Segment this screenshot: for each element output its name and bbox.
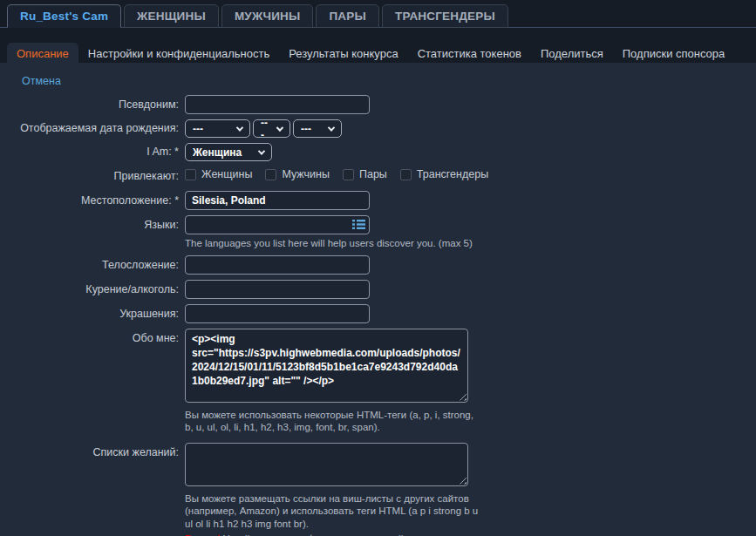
attracted-row: Привлекают: Женщины Мужчины Пары Трансге… <box>0 168 756 183</box>
tab-trans[interactable]: ТРАНСГЕНДЕРЫ <box>382 4 508 28</box>
wish-lists-textarea[interactable] <box>185 443 468 486</box>
subnav-token-stats[interactable]: Статистика токенов <box>408 43 531 66</box>
chevron-down-icon <box>236 124 243 131</box>
list-icon[interactable] <box>352 219 365 230</box>
select-value: --- <box>301 123 311 135</box>
attracted-checkbox-couples[interactable] <box>343 169 354 180</box>
select-value: --- <box>261 117 270 141</box>
checkbox-label: Мужчины <box>282 168 330 180</box>
subnav-settings-privacy[interactable]: Настройки и конфиденциальность <box>78 43 279 66</box>
i-am-row: I Am: * Женщина <box>0 143 756 161</box>
tab-label: ЖЕНЩИНЫ <box>137 10 206 23</box>
pseudonym-input[interactable] <box>185 95 370 114</box>
body-type-input[interactable] <box>185 255 370 275</box>
smoke-drink-input[interactable] <box>185 280 370 299</box>
tab-label: МУЖЧИНЫ <box>235 10 301 23</box>
smoke-drink-label: Курение/алкоголь: <box>0 280 185 296</box>
location-input[interactable] <box>185 191 370 210</box>
chevron-down-icon <box>258 147 265 154</box>
i-am-select[interactable]: Женщина <box>185 143 272 161</box>
attracted-checkbox-trans[interactable] <box>400 169 412 180</box>
attracted-option-couples: Пары <box>343 168 387 180</box>
attracted-checkbox-men[interactable] <box>265 169 276 180</box>
body-decorations-label: Украшения: <box>0 304 185 321</box>
tab-label: ПАРЫ <box>329 10 365 23</box>
wish-lists-important-note: Важно! Узнайте, какую информацию о вас с… <box>185 533 480 536</box>
tab-label: Ru_Best's Cam <box>20 10 108 23</box>
attracted-option-women: Женщины <box>185 168 252 180</box>
location-row: Местоположение: * <box>0 191 756 210</box>
tab-label: ТРАНСГЕНДЕРЫ <box>395 10 495 23</box>
body-decorations-row: Украшения: <box>0 304 756 323</box>
settings-subnav: Описание Настройки и конфиденциальность … <box>7 43 734 66</box>
attracted-option-trans: Трансгендеры <box>400 168 488 180</box>
about-textarea[interactable]: <p><img src="https://s3pv.highwebmedia.c… <box>185 329 468 403</box>
tab-broadcaster-cam[interactable]: Ru_Best's Cam <box>7 4 121 28</box>
select-value: Женщина <box>193 146 242 159</box>
smoke-drink-row: Курение/алкоголь: <box>0 280 756 299</box>
about-row: Обо мне: <p><img src="https://s3pv.highw… <box>0 329 756 434</box>
wish-lists-label: Списки желаний: <box>0 443 185 459</box>
cancel-link[interactable]: Отмена <box>22 75 61 87</box>
attracted-checkbox-women[interactable] <box>185 169 196 180</box>
page-header: Ru_Best's Cam ЖЕНЩИНЫ МУЖЧИНЫ ПАРЫ ТРАНС… <box>0 0 756 63</box>
about-label: Обо мне: <box>0 329 185 345</box>
birthdate-selects: --- --- --- <box>185 119 342 138</box>
tab-men[interactable]: МУЖЧИНЫ <box>221 4 314 28</box>
body-type-label: Телосложение: <box>0 255 185 272</box>
birth-year-select[interactable]: --- <box>293 119 342 138</box>
checkbox-label: Пары <box>359 168 387 180</box>
languages-label: Языки: <box>0 215 185 232</box>
i-am-label: I Am: * <box>0 143 185 159</box>
subnav-bio[interactable]: Описание <box>7 43 78 66</box>
chevron-down-icon <box>328 124 335 131</box>
languages-row: Языки: The languages you list here will … <box>0 215 756 250</box>
birth-month-select[interactable]: --- <box>185 119 250 138</box>
body-decorations-input[interactable] <box>185 304 370 323</box>
select-value: --- <box>193 123 203 135</box>
attracted-option-men: Мужчины <box>265 168 330 180</box>
top-tab-bar: Ru_Best's Cam ЖЕНЩИНЫ МУЖЧИНЫ ПАРЫ ТРАНС… <box>7 4 508 28</box>
birthdate-label: Отображаемая дата рождения: <box>0 119 185 135</box>
pseudonym-row: Псевдоним: <box>0 95 756 114</box>
chevron-down-icon <box>276 124 283 131</box>
about-helper: Вы можете использовать некоторые HTML-те… <box>185 409 474 434</box>
wish-lists-row: Списки желаний: Вы можете размещать ссыл… <box>0 443 756 536</box>
birthdate-row: Отображаемая дата рождения: --- --- --- <box>0 119 756 138</box>
location-label: Местоположение: * <box>0 191 185 207</box>
checkbox-label: Трансгендеры <box>417 168 488 180</box>
body-type-row: Телосложение: <box>0 255 756 275</box>
attracted-options: Женщины Мужчины Пары Трансгендеры <box>185 168 488 180</box>
bio-settings-panel: Отмена Псевдоним: Отображаемая дата рожд… <box>0 63 756 536</box>
languages-helper: The languages you list here will help us… <box>185 237 473 250</box>
pseudonym-label: Псевдоним: <box>0 95 185 112</box>
tab-women[interactable]: ЖЕНЩИНЫ <box>124 4 219 28</box>
subnav-share[interactable]: Поделиться <box>531 43 613 66</box>
languages-input[interactable] <box>185 215 370 234</box>
wish-lists-helper: Вы можете размещать ссылки на виш-листы … <box>185 492 480 531</box>
checkbox-label: Женщины <box>201 168 252 180</box>
subnav-fan-clubs[interactable]: Подписки спонсора <box>613 43 735 66</box>
birth-day-select[interactable]: --- <box>253 119 290 138</box>
tab-couples[interactable]: ПАРЫ <box>316 4 378 28</box>
subnav-contest-results[interactable]: Результаты конкурса <box>279 43 407 66</box>
attracted-label: Привлекают: <box>0 168 185 183</box>
